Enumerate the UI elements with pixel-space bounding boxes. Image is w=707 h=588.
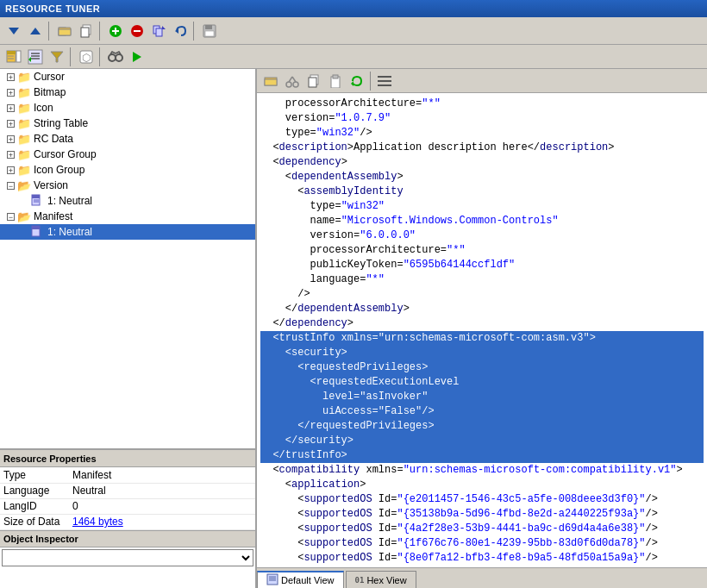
sec-toolbar-btn-play[interactable] bbox=[127, 47, 147, 67]
expander-bitmap: + bbox=[3, 85, 17, 99]
code-line: version="6.0.0.0" bbox=[260, 228, 704, 243]
right-toolbar bbox=[257, 69, 707, 93]
tab-hex-view[interactable]: 01 Hex View bbox=[346, 571, 416, 588]
svg-rect-6 bbox=[81, 28, 89, 37]
app-title: RESOURCE TUNER bbox=[5, 3, 100, 14]
object-inspector-dropdown[interactable] bbox=[2, 549, 253, 566]
tree-label-icon: Icon bbox=[34, 102, 53, 114]
toolbar-sep-3 bbox=[193, 22, 197, 41]
object-inspector-body bbox=[0, 547, 255, 589]
tab-default-view[interactable]: Default View bbox=[257, 571, 344, 588]
properties-title: Resource Properties bbox=[3, 454, 97, 464]
expander-string-table: + bbox=[3, 116, 17, 130]
svg-text:+: + bbox=[8, 120, 12, 128]
toolbar-btn-up[interactable] bbox=[25, 21, 46, 41]
sec-toolbar-btn-refresh[interactable]: ⬡ bbox=[76, 47, 97, 67]
code-line: /> bbox=[260, 287, 704, 302]
svg-rect-53 bbox=[32, 195, 40, 198]
tree-item-manifest-neutral[interactable]: 1: Neutral bbox=[0, 224, 255, 240]
tab-hex-view-icon: 01 bbox=[355, 576, 365, 585]
file-icon-manifest-neutral bbox=[31, 225, 43, 240]
code-line: <supportedOS Id="{1f676c76-80e1-4239-95b… bbox=[260, 536, 704, 551]
code-line: processorArchitecture="*" bbox=[260, 243, 704, 258]
sec-toolbar-btn-1[interactable] bbox=[3, 47, 24, 67]
tree-item-manifest[interactable]: − 📂 Manifest bbox=[0, 209, 255, 224]
svg-point-62 bbox=[286, 82, 291, 87]
prop-val-type: Manifest bbox=[69, 467, 255, 483]
tree-item-rc-data[interactable]: + 📁 RC Data bbox=[0, 131, 255, 147]
svg-text:+: + bbox=[8, 135, 12, 143]
tab-hex-view-label: Hex View bbox=[366, 575, 406, 585]
folder-icon-bitmap: 📁 bbox=[17, 86, 31, 99]
svg-rect-20 bbox=[7, 51, 16, 54]
code-line-selected: <requestedPrivileges> bbox=[260, 360, 704, 375]
tree-item-version[interactable]: − 📂 Version bbox=[0, 178, 255, 193]
code-line: name="Microsoft.Windows.Common-Controls" bbox=[260, 214, 704, 228]
prop-row-langid: LangID 0 bbox=[0, 498, 255, 514]
prop-key-langid: LangID bbox=[0, 498, 69, 514]
right-toolbar-cut[interactable] bbox=[282, 71, 303, 91]
right-toolbar-open[interactable] bbox=[260, 71, 281, 91]
svg-text:+: + bbox=[8, 104, 12, 112]
prop-row-language: Language Neutral bbox=[0, 483, 255, 498]
code-view[interactable]: processorArchitecture="*" version="1.0.7… bbox=[257, 93, 707, 567]
code-line: version="1.0.7.9" bbox=[260, 111, 704, 126]
tree-label-cursor: Cursor bbox=[34, 71, 65, 83]
right-toolbar-menu[interactable] bbox=[376, 71, 393, 91]
toolbar-btn-save[interactable] bbox=[199, 21, 220, 41]
svg-marker-35 bbox=[133, 52, 141, 62]
tree-item-string-table[interactable]: + 📁 String Table bbox=[0, 116, 255, 131]
tree-label-icon-group: Icon Group bbox=[34, 164, 84, 176]
toolbar-btn-down[interactable] bbox=[3, 21, 24, 41]
svg-line-65 bbox=[292, 77, 296, 82]
toolbar-btn-export[interactable] bbox=[148, 21, 169, 41]
right-toolbar-paste[interactable] bbox=[325, 71, 346, 91]
toolbar-btn-open[interactable] bbox=[54, 21, 75, 41]
bottom-tabs: Default View 01 Hex View bbox=[257, 567, 707, 588]
tree-item-cursor[interactable]: + 📁 Cursor bbox=[0, 69, 255, 84]
prop-key-size: Size of Data bbox=[0, 514, 69, 529]
svg-marker-14 bbox=[162, 26, 166, 29]
tree-item-icon[interactable]: + 📁 Icon bbox=[0, 100, 255, 116]
code-line-selected: <security> bbox=[260, 346, 704, 360]
svg-rect-69 bbox=[333, 75, 338, 78]
tree-label-manifest: Manifest bbox=[34, 210, 72, 222]
properties-table: Type Manifest Language Neutral LangID 0 … bbox=[0, 467, 255, 530]
sec-toolbar-btn-filter[interactable] bbox=[47, 47, 67, 67]
svg-marker-0 bbox=[9, 28, 19, 34]
sec-toolbar-btn-binocular[interactable] bbox=[105, 47, 126, 67]
folder-icon-string-table: 📁 bbox=[17, 117, 31, 130]
tree-item-icon-group[interactable]: + 📁 Icon Group bbox=[0, 162, 255, 178]
code-line: <dependency> bbox=[260, 155, 704, 170]
expander-version-neutral bbox=[17, 194, 31, 208]
expander-cursor: + bbox=[3, 70, 17, 84]
toolbar-btn-copy[interactable] bbox=[76, 21, 97, 41]
expander-rc-data: + bbox=[3, 132, 17, 146]
toolbar-btn-add[interactable] bbox=[105, 21, 126, 41]
code-line: <supportedOS Id="{35138b9a-5d96-4fbd-8e2… bbox=[260, 507, 704, 522]
main-layout: + 📁 Cursor + 📁 Bitmap + 📁 Icon bbox=[0, 69, 707, 588]
svg-text:+: + bbox=[8, 166, 12, 174]
object-inspector-header: Object Inspector bbox=[0, 530, 255, 547]
tree-item-bitmap[interactable]: + 📁 Bitmap bbox=[0, 84, 255, 100]
tree-item-version-neutral[interactable]: 1: Neutral bbox=[0, 193, 255, 209]
tree-section[interactable]: + 📁 Cursor + 📁 Bitmap + 📁 Icon bbox=[0, 69, 255, 450]
right-toolbar-copy[interactable] bbox=[303, 71, 324, 91]
right-toolbar-refresh[interactable] bbox=[347, 71, 367, 91]
code-line: type="win32"/> bbox=[260, 126, 704, 141]
secondary-toolbar: ⬡ bbox=[0, 45, 707, 69]
sec-toolbar-btn-2[interactable] bbox=[25, 47, 46, 67]
svg-point-33 bbox=[116, 54, 122, 61]
tree-item-cursor-group[interactable]: + 📁 Cursor Group bbox=[0, 147, 255, 162]
prop-key-type: Type bbox=[0, 467, 69, 483]
code-line: publicKeyToken="6595b64144ccfldf" bbox=[260, 258, 704, 272]
toolbar-btn-delete[interactable] bbox=[127, 21, 147, 41]
svg-rect-67 bbox=[309, 78, 316, 87]
svg-rect-24 bbox=[28, 50, 42, 64]
svg-text:−: − bbox=[8, 213, 12, 221]
svg-text:+: + bbox=[8, 89, 12, 97]
tab-default-view-icon bbox=[266, 573, 278, 587]
code-line: <application> bbox=[260, 478, 704, 492]
toolbar-btn-undo[interactable] bbox=[170, 21, 191, 41]
prop-val-size[interactable]: 1464 bytes bbox=[69, 514, 255, 529]
